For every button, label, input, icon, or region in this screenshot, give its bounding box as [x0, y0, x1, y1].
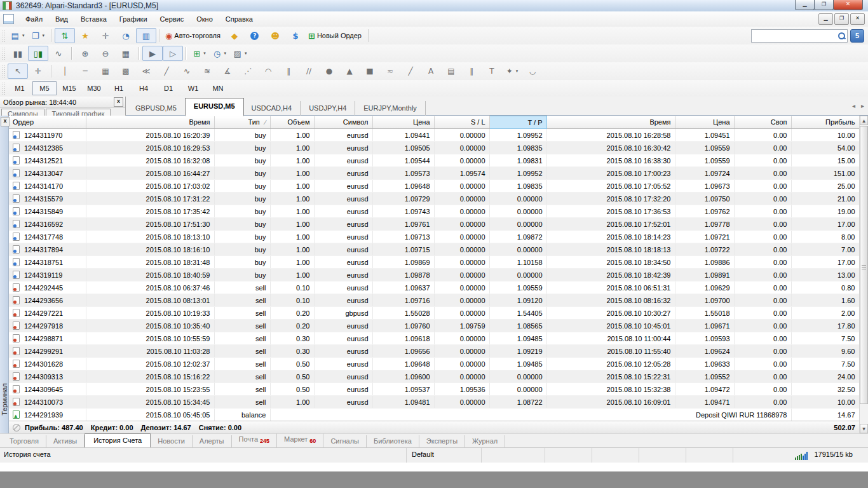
column-header-open-price[interactable]: Цена — [372, 116, 434, 129]
vertical-scrollbar[interactable]: ▲ ▼ — [859, 116, 868, 433]
menu-item-tools[interactable]: Сервис — [154, 13, 191, 25]
grid-button[interactable]: ▩ — [116, 64, 136, 79]
chart-tab-2[interactable]: USDCAD,H4 — [243, 101, 301, 116]
column-header-swap[interactable]: Своп — [734, 116, 791, 129]
parallel-channel-button[interactable]: ∕∕ — [299, 64, 319, 79]
tab-scroll-right-icon[interactable]: ▸ — [861, 102, 864, 109]
fibo-grid-button[interactable]: ▦ — [95, 64, 116, 79]
timeframe-d1[interactable]: D1 — [156, 81, 180, 95]
account-history-table[interactable]: ОрдерВремяТип∕ОбъемСимволЦенаS / LT / PВ… — [9, 116, 860, 421]
chart-shift-button[interactable]: ▷ — [163, 46, 183, 61]
history-row[interactable]: 12442979182015.08.10 10:35:40sell0.20eur… — [9, 320, 859, 332]
text-label-button[interactable]: T — [482, 64, 502, 79]
periods-button[interactable]: ◷ — [210, 46, 230, 61]
column-header-volume[interactable]: Объем — [270, 116, 314, 129]
chart-tab-1[interactable]: EURUSD,M5 — [185, 98, 244, 116]
terminal-tab-assets[interactable]: Активы — [46, 435, 85, 447]
history-row[interactable]: 12443158492015.08.10 17:35:42buy1.00euru… — [9, 205, 859, 218]
terminal-tab-account-history[interactable]: История Счета — [85, 433, 151, 447]
terminal-tab-trade[interactable]: Торговля — [3, 435, 46, 447]
new-order-button[interactable]: ⊞Новый Ордер — [306, 28, 365, 43]
column-header-tp[interactable]: T / P — [489, 116, 546, 129]
history-row[interactable]: 12443096452015.08.10 15:23:55sell0.50eur… — [9, 383, 859, 396]
new-chart-button[interactable]: ▤ — [8, 28, 28, 43]
community-button[interactable]: ☻ — [265, 28, 285, 43]
timeframe-w1[interactable]: W1 — [181, 81, 205, 95]
auto-scroll-button[interactable]: ▶ — [142, 46, 163, 61]
history-row[interactable]: 12443178942015.08.10 18:16:10buy1.00euru… — [9, 243, 859, 256]
terminal-tab-market[interactable]: Маркет60 — [277, 433, 323, 447]
timeframe-h1[interactable]: H1 — [107, 81, 131, 95]
scroll-down-icon[interactable]: ▼ — [860, 424, 868, 433]
search-icon[interactable] — [837, 32, 846, 40]
history-row[interactable]: 12442936562015.08.10 08:13:01sell0.10eur… — [9, 294, 859, 307]
fibo-expansion-button[interactable]: ▤ — [441, 64, 461, 79]
terminal-tab-mailbox[interactable]: Почта245 — [232, 433, 278, 447]
terminal-tab-journal[interactable]: Журнал — [465, 435, 505, 447]
scrollbar-thumb[interactable] — [860, 126, 868, 404]
scroll-up-icon[interactable]: ▲ — [860, 116, 868, 125]
history-row[interactable]: 12442988712015.08.10 10:55:59sell0.30eur… — [9, 332, 859, 345]
angle-button[interactable]: ∡ — [217, 64, 238, 79]
history-row[interactable]: 12443123852015.08.10 16:29:53buy1.00euru… — [9, 142, 859, 154]
history-row[interactable]: 12443119702015.08.10 16:20:39buy1.00euru… — [9, 129, 859, 142]
zoom-out-button[interactable]: ⊖ — [95, 46, 116, 61]
terminal-tab-news[interactable]: Новости — [151, 435, 193, 447]
close-button[interactable] — [833, 0, 863, 10]
history-row[interactable]: 12443141702015.08.10 17:03:02buy1.00euru… — [9, 180, 859, 193]
market-watch-close-button[interactable]: x — [114, 97, 123, 107]
fibo-arcs-button[interactable]: ◠ — [258, 64, 278, 79]
timeframe-m5[interactable]: M5 — [32, 81, 57, 95]
ellipse-button[interactable]: ● — [319, 64, 339, 79]
text-button[interactable]: A — [421, 64, 441, 79]
menu-item-view[interactable]: Вид — [49, 13, 74, 25]
column-header-profit[interactable]: Прибыль — [791, 116, 859, 129]
zoom-in-button[interactable]: ⊕ — [75, 46, 95, 61]
history-row[interactable]: 12443093132015.08.10 15:16:22sell0.50eur… — [9, 370, 859, 383]
balance-row[interactable]: 12442919392015.08.10 05:45:05balanceDepo… — [9, 409, 859, 421]
history-row[interactable]: 12443165922015.08.10 17:51:30buy1.00euru… — [9, 218, 859, 231]
terminal-tab-alerts[interactable]: Алерты — [193, 435, 232, 447]
column-header-open-time[interactable]: Время — [86, 116, 214, 129]
tab-scroll-left-icon[interactable]: ◂ — [852, 102, 855, 109]
history-row[interactable]: 12443130472015.08.10 16:44:27buy1.00euru… — [9, 167, 859, 180]
menu-item-help[interactable]: Справка — [219, 13, 259, 25]
tile-windows-button[interactable]: ▦ — [116, 46, 136, 61]
terminal-close-button[interactable] — [1, 117, 10, 126]
history-row[interactable]: 12442972212015.08.10 10:19:33sell0.20gbp… — [9, 307, 859, 320]
autotrading-button[interactable]: ◉Авто-торговля — [163, 28, 224, 43]
navigator-button[interactable]: ✛ — [95, 28, 116, 43]
timeframe-m30[interactable]: M30 — [82, 81, 106, 95]
triangle-button[interactable]: ▲ — [339, 64, 360, 79]
column-header-type[interactable]: Тип∕ — [214, 116, 270, 129]
fibo-fan-button[interactable]: ⋰ — [238, 64, 258, 79]
menu-item-window[interactable]: Окно — [190, 13, 219, 25]
history-row[interactable]: 12443187512015.08.10 18:31:48buy1.00euru… — [9, 256, 859, 269]
fibo-channel-button[interactable]: ∥ — [461, 64, 482, 79]
trendline-button[interactable]: ╱ — [400, 64, 421, 79]
status-profile[interactable]: Default — [407, 448, 482, 463]
history-row[interactable]: 12443155792015.08.10 17:31:22buy1.00euru… — [9, 193, 859, 205]
chart-tab-3[interactable]: USDJPY,H4 — [301, 101, 355, 116]
templates-button[interactable]: ▨ — [230, 46, 250, 61]
market-watch-button[interactable]: ⇅ — [55, 28, 75, 43]
gann-fan-button[interactable]: ≪ — [136, 64, 156, 79]
chart-tab-4[interactable]: EURJPY,Monthly — [355, 101, 426, 116]
search-input[interactable] — [752, 32, 837, 40]
history-row[interactable]: 12443100732015.08.10 15:34:45sell1.00eur… — [9, 396, 859, 409]
column-header-symbol[interactable]: Символ — [314, 116, 372, 129]
history-row[interactable]: 12443191192015.08.10 18:40:59buy1.00euru… — [9, 269, 859, 281]
line-chart-button[interactable]: ∿ — [48, 46, 69, 61]
menu-item-charts[interactable]: Графики — [113, 13, 154, 25]
market-watch-tab-tick-chart[interactable]: Тиковый график — [46, 109, 111, 116]
profiles-button[interactable]: ❐ — [28, 28, 48, 43]
terminal-tab-signals[interactable]: Сигналы — [323, 435, 367, 447]
strategy-tester-button[interactable]: ◔ — [116, 28, 136, 43]
bars-overlay-button[interactable]: ≋ — [197, 64, 217, 79]
candlestick-chart-button[interactable]: ▯▮ — [28, 46, 48, 61]
column-header-order[interactable]: Ордер — [9, 116, 86, 129]
help-button[interactable]: ? — [245, 28, 265, 43]
bar-chart-button[interactable]: ▮▮ — [8, 46, 28, 61]
menu-item-file[interactable]: Файл — [19, 13, 49, 25]
mdi-restore-button[interactable]: ❐ — [834, 13, 849, 25]
